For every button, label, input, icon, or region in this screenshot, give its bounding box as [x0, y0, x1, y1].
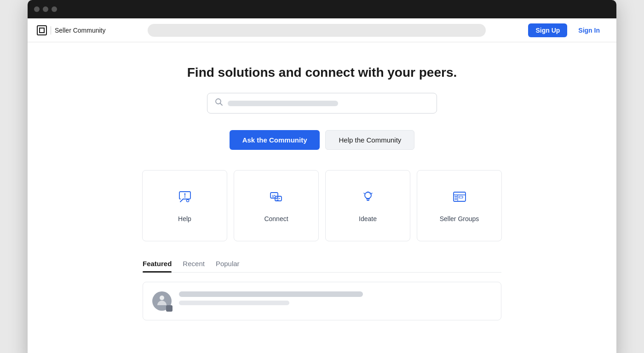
svg-rect-11: [455, 196, 457, 197]
search-placeholder: [228, 101, 338, 106]
category-label-seller-groups: Seller Groups: [440, 215, 479, 222]
cta-buttons: Ask the Community Help the Community: [230, 130, 415, 150]
help-icon: [177, 189, 193, 209]
svg-point-13: [160, 296, 164, 300]
ask-community-button[interactable]: Ask the Community: [230, 130, 320, 150]
svg-point-6: [369, 193, 371, 195]
post-title-placeholder: [179, 291, 363, 297]
post-card[interactable]: [143, 282, 501, 320]
search-container: [207, 93, 437, 114]
svg-line-2: [220, 103, 223, 106]
post-subtitle-placeholder: [179, 301, 289, 305]
tab-featured[interactable]: Featured: [143, 260, 172, 272]
search-box[interactable]: [207, 93, 437, 114]
post-content: [179, 291, 492, 305]
brand-divider: [51, 26, 51, 34]
svg-rect-7: [454, 192, 466, 201]
category-card-connect[interactable]: Connect: [234, 170, 319, 241]
category-card-ideate[interactable]: Ideate: [325, 170, 410, 241]
ideate-icon: [360, 189, 376, 209]
category-card-seller-groups[interactable]: Seller Groups: [417, 170, 502, 241]
page-content: Find solutions and connect with your pee…: [28, 42, 616, 353]
tab-recent[interactable]: Recent: [183, 260, 205, 272]
brand-name: Seller Community: [55, 27, 105, 34]
seller-groups-icon: [451, 189, 468, 209]
avatar: [152, 291, 172, 311]
category-label-ideate: Ideate: [359, 215, 377, 222]
category-label-help: Help: [178, 215, 191, 222]
svg-rect-12: [455, 199, 457, 199]
tabs-section: Featured Recent Popular: [143, 260, 501, 320]
browser-window: Seller Community Sign Up Sign In Find so…: [28, 0, 616, 353]
window-dot-maximize[interactable]: [52, 6, 57, 12]
brand-logo: Seller Community: [37, 25, 105, 35]
category-card-help[interactable]: Help: [142, 170, 227, 241]
tab-popular[interactable]: Popular: [216, 260, 240, 272]
help-community-button[interactable]: Help the Community: [325, 130, 414, 150]
search-icon: [215, 98, 223, 108]
window-dot-minimize[interactable]: [43, 6, 48, 12]
toolbar-actions: Sign Up Sign In: [528, 23, 607, 37]
browser-titlebar: [28, 0, 616, 18]
window-dot-close[interactable]: [34, 6, 40, 12]
avatar-badge: [166, 305, 172, 312]
svg-rect-10: [459, 196, 463, 198]
square-logo-icon: [37, 25, 47, 35]
address-bar[interactable]: [148, 24, 486, 37]
tabs-nav: Featured Recent Popular: [143, 260, 501, 273]
category-grid: Help Connect: [142, 170, 502, 241]
connect-icon: [268, 189, 285, 209]
svg-rect-0: [40, 28, 44, 33]
category-label-connect: Connect: [264, 215, 288, 222]
signin-button[interactable]: Sign In: [571, 23, 607, 37]
signup-button[interactable]: Sign Up: [528, 23, 567, 37]
hero-title: Find solutions and connect with your pee…: [187, 65, 457, 80]
browser-toolbar: Seller Community Sign Up Sign In: [28, 18, 616, 42]
